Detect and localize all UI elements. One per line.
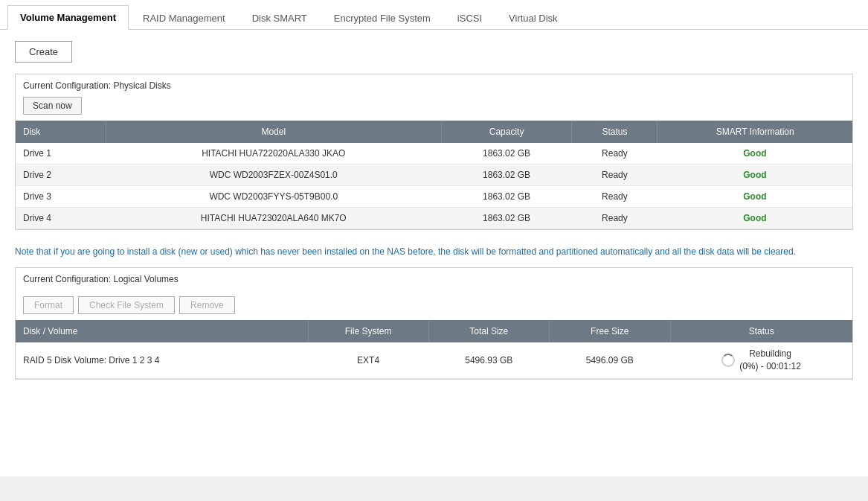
lcol-total-size: Total Size — [428, 320, 550, 342]
drive-model: HITACHI HUA722020ALA330 JKAO — [106, 143, 441, 165]
col-disk: Disk — [16, 121, 106, 143]
drive-status: Ready — [572, 165, 658, 186]
drive-model: WDC WD2003FYYS-05T9B00.0 — [106, 186, 441, 208]
physical-disks-section: Current Configuration: Physical Disks Sc… — [15, 74, 853, 230]
tab-iscsi[interactable]: iSCSI — [445, 6, 495, 30]
logical-volumes-section: Current Configuration: Logical Volumes F… — [15, 267, 853, 380]
rebuilding-spinner-icon — [721, 354, 735, 367]
logical-volumes-table: Disk / Volume File System Total Size Fre… — [16, 320, 852, 379]
drive-status: Ready — [572, 143, 658, 165]
notice-text: Note that if you are going to install a … — [15, 245, 853, 258]
physical-drive-row: Drive 2 WDC WD2003FZEX-00Z4S01.0 1863.02… — [16, 165, 852, 186]
tab-encrypted-file-system[interactable]: Encrypted File System — [321, 6, 443, 30]
rebuilding-text: Rebuilding(0%) - 00:01:12 — [739, 348, 801, 373]
check-file-system-button[interactable]: Check File System — [78, 296, 175, 314]
tab-virtual-disk[interactable]: Virtual Disk — [496, 6, 570, 30]
drive-smart: Good — [658, 186, 852, 208]
drive-status: Ready — [572, 208, 658, 229]
drive-disk: Drive 4 — [16, 208, 106, 229]
drive-smart: Good — [658, 165, 852, 186]
drive-disk: Drive 3 — [16, 186, 106, 208]
col-status: Status — [572, 121, 658, 143]
col-capacity: Capacity — [441, 121, 572, 143]
vol-file-system: EXT4 — [308, 342, 428, 378]
scan-now-button[interactable]: Scan now — [23, 97, 82, 115]
logical-section-title: Current Configuration: Logical Volumes — [16, 268, 852, 290]
format-button[interactable]: Format — [23, 296, 74, 314]
main-content: Create Current Configuration: Physical D… — [0, 30, 868, 476]
top-navigation: Volume Management RAID Management Disk S… — [0, 0, 868, 30]
drive-model: WDC WD2003FZEX-00Z4S01.0 — [106, 165, 441, 186]
tab-raid-management[interactable]: RAID Management — [130, 6, 238, 30]
drive-capacity: 1863.02 GB — [441, 208, 572, 229]
vol-disk-volume: RAID 5 Disk Volume: Drive 1 2 3 4 — [16, 342, 308, 378]
lcol-free-size: Free Size — [550, 320, 671, 342]
vol-status: Rebuilding(0%) - 00:01:12 — [670, 342, 852, 378]
vol-free-size: 5496.09 GB — [550, 342, 671, 378]
tab-volume-management[interactable]: Volume Management — [7, 5, 129, 30]
physical-drive-row: Drive 3 WDC WD2003FYYS-05T9B00.0 1863.02… — [16, 186, 852, 208]
drive-capacity: 1863.02 GB — [441, 165, 572, 186]
drive-smart: Good — [658, 143, 852, 165]
drive-status: Ready — [572, 186, 658, 208]
drive-model: HITACHI HUA723020ALA640 MK7O — [106, 208, 441, 229]
drive-disk: Drive 1 — [16, 143, 106, 165]
lcol-status: Status — [670, 320, 852, 342]
col-smart: SMART Information — [658, 121, 852, 143]
physical-disks-table: Disk Model Capacity Status SMART Informa… — [16, 121, 852, 229]
vol-total-size: 5496.93 GB — [428, 342, 550, 378]
physical-drive-row: Drive 1 HITACHI HUA722020ALA330 JKAO 186… — [16, 143, 852, 165]
col-model: Model — [106, 121, 441, 143]
create-button[interactable]: Create — [15, 41, 72, 63]
physical-drive-row: Drive 4 HITACHI HUA723020ALA640 MK7O 186… — [16, 208, 852, 229]
action-buttons: Format Check File System Remove — [16, 290, 852, 320]
drive-capacity: 1863.02 GB — [441, 186, 572, 208]
tab-disk-smart[interactable]: Disk SMART — [239, 6, 320, 30]
drive-disk: Drive 2 — [16, 165, 106, 186]
drive-capacity: 1863.02 GB — [441, 143, 572, 165]
drive-smart: Good — [658, 208, 852, 229]
lcol-file-system: File System — [308, 320, 428, 342]
logical-volume-row: RAID 5 Disk Volume: Drive 1 2 3 4 EXT4 5… — [16, 342, 852, 378]
remove-button[interactable]: Remove — [179, 296, 235, 314]
physical-section-title: Current Configuration: Physical Disks — [16, 74, 852, 97]
lcol-disk-volume: Disk / Volume — [16, 320, 308, 342]
